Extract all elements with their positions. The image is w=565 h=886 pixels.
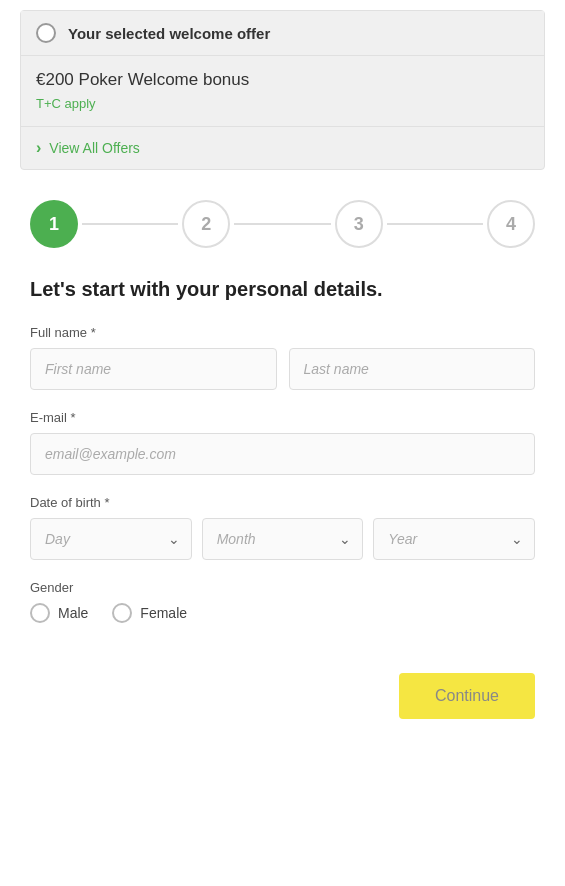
page-container: Your selected welcome offer €200 Poker W…: [0, 0, 565, 886]
step-2: 2: [182, 200, 230, 248]
form-heading: Let's start with your personal details.: [30, 278, 535, 301]
progress-steps: 1 2 3 4: [0, 180, 565, 268]
step-4: 4: [487, 200, 535, 248]
first-name-input[interactable]: [30, 348, 277, 390]
male-radio[interactable]: [30, 603, 50, 623]
dob-field-group: Date of birth * Day ⌄ Month ⌄ Year: [30, 495, 535, 560]
email-input[interactable]: [30, 433, 535, 475]
male-label: Male: [58, 605, 88, 621]
view-all-offers-row: › View All Offers: [21, 127, 544, 169]
month-select[interactable]: Month: [202, 518, 364, 560]
female-option[interactable]: Female: [112, 603, 187, 623]
year-select[interactable]: Year: [373, 518, 535, 560]
day-select-wrapper: Day ⌄: [30, 518, 192, 560]
last-name-wrapper: [289, 348, 536, 390]
first-name-wrapper: [30, 348, 277, 390]
chevron-right-icon: ›: [36, 139, 41, 157]
welcome-offer-card: Your selected welcome offer €200 Poker W…: [20, 10, 545, 170]
step-line-3: [387, 223, 483, 225]
view-all-offers-link[interactable]: View All Offers: [49, 140, 140, 156]
continue-row: Continue: [0, 643, 565, 739]
continue-button[interactable]: Continue: [399, 673, 535, 719]
month-select-wrapper: Month ⌄: [202, 518, 364, 560]
dob-label: Date of birth *: [30, 495, 535, 510]
day-select[interactable]: Day: [30, 518, 192, 560]
female-label: Female: [140, 605, 187, 621]
step-3: 3: [335, 200, 383, 248]
last-name-input[interactable]: [289, 348, 536, 390]
welcome-offer-body: €200 Poker Welcome bonus T+C apply: [21, 56, 544, 127]
male-option[interactable]: Male: [30, 603, 88, 623]
dob-row: Day ⌄ Month ⌄ Year ⌄: [30, 518, 535, 560]
full-name-label: Full name *: [30, 325, 535, 340]
email-label: E-mail *: [30, 410, 535, 425]
bonus-text: €200 Poker Welcome bonus: [36, 70, 529, 90]
female-radio[interactable]: [112, 603, 132, 623]
gender-row: Male Female: [30, 603, 535, 623]
personal-details-form: Let's start with your personal details. …: [0, 278, 565, 623]
full-name-field-group: Full name *: [30, 325, 535, 390]
gender-label: Gender: [30, 580, 535, 595]
step-line-2: [234, 223, 330, 225]
name-row: [30, 348, 535, 390]
year-select-wrapper: Year ⌄: [373, 518, 535, 560]
email-field-group: E-mail *: [30, 410, 535, 475]
step-1: 1: [30, 200, 78, 248]
gender-field-group: Gender Male Female: [30, 580, 535, 623]
welcome-offer-header: Your selected welcome offer: [21, 11, 544, 56]
step-line-1: [82, 223, 178, 225]
tc-apply-link[interactable]: T+C apply: [36, 96, 96, 111]
welcome-offer-title: Your selected welcome offer: [68, 25, 270, 42]
welcome-offer-radio[interactable]: [36, 23, 56, 43]
